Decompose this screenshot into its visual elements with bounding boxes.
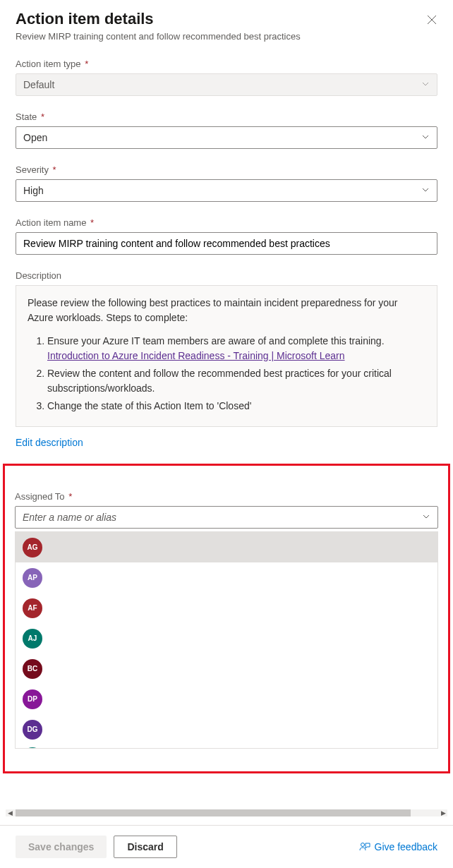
assignee-option[interactable]: AG (16, 532, 437, 562)
avatar: BC (23, 659, 42, 679)
assignee-option[interactable]: AJ (16, 623, 437, 653)
description-label: Description (16, 270, 437, 281)
avatar: AF (23, 598, 42, 618)
avatar: AG (23, 538, 42, 557)
action-item-name-label: Action item name * (16, 217, 437, 228)
state-select[interactable]: Open (16, 126, 437, 149)
assignee-option[interactable] (16, 745, 437, 749)
avatar: AP (23, 568, 42, 588)
description-step-3: Change the state of this Action Item to … (47, 399, 425, 414)
assignee-option[interactable]: DP (16, 684, 437, 714)
assigned-to-input[interactable]: Enter a name or alias (15, 506, 438, 529)
state-label: State * (16, 111, 437, 122)
severity-label: Severity * (16, 164, 437, 175)
horizontal-scrollbar[interactable]: ◀ ▶ (6, 809, 447, 816)
description-step-1: Ensure your Azure IT team members are aw… (47, 334, 425, 363)
chevron-down-icon (421, 132, 430, 143)
page-subtitle: Review MIRP training content and follow … (16, 31, 301, 42)
assigned-to-label: Assigned To * (15, 491, 438, 502)
assigned-to-dropdown-list[interactable]: AGAPAFAJBCDPDG (15, 531, 438, 749)
edit-description-link[interactable]: Edit description (16, 437, 83, 448)
page-title: Action item details (16, 10, 301, 28)
action-item-name-input[interactable] (16, 232, 437, 255)
avatar: DG (23, 720, 42, 740)
training-link[interactable]: Introduction to Azure Incident Readiness… (47, 350, 345, 361)
scroll-right-icon[interactable]: ▶ (439, 809, 447, 816)
assignee-option[interactable]: AP (16, 562, 437, 593)
avatar (23, 747, 42, 749)
chevron-down-icon[interactable] (422, 512, 430, 523)
action-item-type-select: Default (16, 73, 437, 96)
description-box: Please review the following best practic… (16, 285, 437, 427)
description-intro: Please review the following best practic… (28, 296, 425, 325)
assignee-option[interactable]: DG (16, 714, 437, 745)
action-item-type-label: Action item type * (16, 59, 437, 69)
feedback-icon (359, 841, 370, 852)
severity-select[interactable]: High (16, 179, 437, 202)
footer-bar: Save changes Discard Give feedback (0, 825, 453, 868)
scrollbar-thumb[interactable] (16, 809, 411, 816)
close-icon[interactable] (426, 14, 437, 25)
assignee-option[interactable]: AF (16, 593, 437, 623)
scroll-left-icon[interactable]: ◀ (6, 809, 14, 816)
save-button[interactable]: Save changes (16, 836, 107, 858)
assigned-to-highlight: Assigned To * Enter a name or alias AGAP… (3, 464, 450, 773)
svg-point-0 (361, 843, 364, 847)
avatar: AJ (23, 629, 42, 649)
discard-button[interactable]: Discard (114, 836, 176, 858)
description-step-2: Review the content and follow the recomm… (47, 366, 425, 396)
chevron-down-icon (421, 185, 430, 196)
give-feedback-link[interactable]: Give feedback (359, 841, 438, 852)
avatar: DP (23, 689, 42, 709)
chevron-down-icon (421, 79, 430, 90)
assignee-option[interactable]: BC (16, 653, 437, 684)
